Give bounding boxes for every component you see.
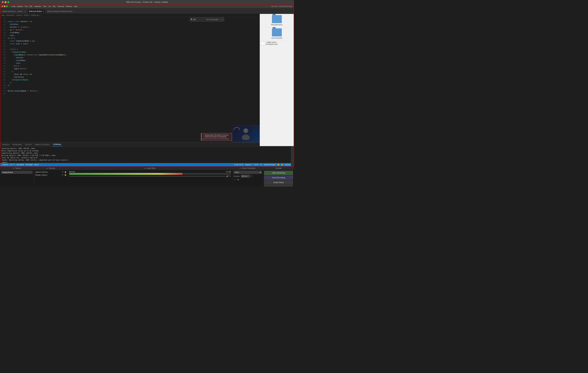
terminal-line: Writing objects: 100% (36/36), 4.69 KiB …: [1, 154, 293, 157]
code-line: <ComponentName: [8, 51, 259, 53]
webcam-content: [232, 125, 260, 142]
next-result-icon[interactable]: ↓: [220, 19, 221, 20]
transition-type-select[interactable]: Fade Cut Swipe Slide: [233, 171, 262, 174]
duration-row: Duration ▲ ▼: [233, 175, 262, 178]
spaces-status: Spaces: 2: [245, 164, 252, 166]
finder-file-item[interactable]: enable-screen-recording-for-obs: [260, 40, 294, 46]
visibility-icon[interactable]: 👁: [62, 171, 63, 173]
search-close-icon[interactable]: ✕: [222, 19, 223, 20]
close-button[interactable]: [2, 1, 4, 3]
visibility-icon[interactable]: 👁: [62, 174, 63, 176]
tab-search[interactable]: SEARCH: [1, 142, 10, 147]
start-recording-button[interactable]: Start Recording: [264, 176, 293, 180]
menu-view[interactable]: View: [43, 5, 47, 7]
tab-problems[interactable]: PROBLEMS: [12, 142, 22, 147]
editor-tabs: Button.stories.jsx ...stores... ✕ Button…: [0, 8, 294, 13]
menu-file[interactable]: File: [25, 5, 28, 7]
tab-output[interactable]: OUTPUT: [24, 142, 32, 147]
finder-overlay: Relocated Items cone homework enable-scr…: [260, 14, 294, 146]
code-line: Button.displayName = 'Button';: [8, 90, 259, 92]
duration-up-icon[interactable]: ▲: [251, 175, 253, 176]
code-line: className={`crayons-btn ${getAdditionalC…: [8, 53, 259, 56]
tab-close-working[interactable]: ✕: [73, 10, 74, 12]
prev-result-icon[interactable]: ↑: [219, 19, 220, 20]
tab-terminal[interactable]: TERMINAL: [52, 142, 62, 147]
audio-icons: 🔊 ⚙: [226, 175, 231, 177]
menu-help[interactable]: Help: [74, 5, 77, 7]
tab-button-stories-jsx[interactable]: Button.stories.jsx ...stores... ✕: [1, 9, 27, 13]
notification-icon[interactable]: 🔔: [281, 164, 283, 166]
breadcrumb: app > javascript > crayons > Button > Bu…: [0, 13, 294, 17]
vscode-status-bar: ⎇ dev.to ⊙ 4 ↑ 7 Live Share Git Graph de…: [0, 163, 294, 166]
code-line: >: [8, 70, 259, 73]
code-content[interactable]: export const Button = ({ children, varia…: [7, 17, 260, 142]
terminal-content[interactable]: Counting objects: 100% (49/49), done. De…: [0, 147, 294, 163]
tab-button-stories-working[interactable]: Button.stories.jsx (Working Tree) ✕: [46, 9, 76, 13]
tab-close-stories[interactable]: ✕: [24, 10, 26, 12]
vscode-minimize[interactable]: [4, 6, 5, 7]
tab-debug-console[interactable]: DEBUG CONSOLE: [34, 142, 50, 147]
audio-label-row: Mic/Aux 0.0 dB: [69, 171, 231, 173]
sources-panel-icon: ⊕: [46, 167, 48, 169]
obs-window: OBS 24.0.6 (mac) – Profile: test – Scene…: [0, 0, 294, 186]
audio-db-value: 0.0 dB: [226, 171, 231, 173]
start-streaming-button[interactable]: Start Streaming: [264, 171, 293, 175]
lock-icon[interactable]: 🔒: [64, 174, 67, 176]
menu-run[interactable]: Run: [53, 5, 56, 7]
configure-transition-button[interactable]: ⚙: [237, 178, 240, 181]
add-transition-button[interactable]: +: [233, 178, 236, 181]
menu-edit[interactable]: Edit: [29, 5, 32, 7]
source-webcam-icons: 👁 🔒: [62, 171, 67, 173]
scene-item-coding[interactable]: Coding Scene: [1, 171, 32, 174]
live-share-status: Live Share: [17, 164, 24, 166]
feedback-icon[interactable]: 😊: [277, 164, 279, 166]
duration-input[interactable]: [241, 175, 250, 178]
audio-volume-slider[interactable]: [69, 176, 226, 176]
menu-window[interactable]: Window: [66, 5, 72, 7]
source-item-display[interactable]: Display Capture 👁 🔒: [35, 173, 67, 176]
code-line: };: [8, 84, 259, 87]
error-icon: ✕: [203, 135, 204, 137]
settings-button[interactable]: Settings: [264, 185, 293, 186]
maximize-button[interactable]: [7, 1, 9, 3]
source-item-webcam[interactable]: logitech webcam 👁 🔒: [35, 171, 67, 173]
studio-mode-button[interactable]: Studio Mode: [264, 180, 293, 185]
search-input[interactable]: [193, 19, 206, 20]
vscode-close[interactable]: [1, 6, 3, 7]
code-line: [8, 87, 259, 90]
cone-homework-label: cone homework: [271, 37, 282, 39]
controls-panel-header: Controls: [263, 167, 294, 170]
menu-go[interactable]: Go: [49, 5, 51, 7]
menu-terminal[interactable]: Terminal: [58, 5, 64, 7]
minimize-button[interactable]: [5, 1, 7, 3]
transitions-panel-icon: ⊕: [240, 167, 241, 169]
code-line: children,: [8, 23, 259, 26]
scenes-panel-title: Scenes: [15, 167, 21, 169]
audio-mixer-panel: ⊕ Audio Mixer Mic/Aux 0.0 dB: [68, 167, 232, 186]
sources-panel-title: Sources: [49, 167, 55, 169]
duration-down-icon[interactable]: ▼: [251, 176, 253, 178]
code-editor[interactable]: 🔍 Aa ab No results ↑ ↓ ✕ 24 25 26 27 28 …: [0, 17, 260, 142]
git-graph-status: Git Graph: [26, 164, 32, 166]
audio-config-icon[interactable]: ⚙: [229, 175, 231, 177]
finder-cone-homework[interactable]: cone homework: [260, 27, 294, 40]
sources-panel: ⊕ Sources logitech webcam 👁 🔒 Display Ca…: [34, 167, 68, 186]
lock-icon[interactable]: 🔒: [64, 171, 67, 173]
scenes-panel-header: ⊕ Scenes: [0, 167, 34, 170]
code-line: className,: [8, 31, 259, 34]
vscode-maximize[interactable]: [6, 6, 8, 7]
audio-content: Mic/Aux 0.0 dB 🔊 ⚙: [68, 170, 232, 186]
obs-bottom-panels: ⊕ Scenes Coding Scene + − ∧ ∨: [0, 166, 294, 186]
case-sensitive-icon[interactable]: Aa: [206, 19, 208, 20]
finder-relocated-items[interactable]: Relocated Items: [260, 14, 294, 27]
tab-button-jsx[interactable]: Button.jsx Button ✕: [27, 9, 46, 13]
menu-code[interactable]: Code - Insiders: [11, 5, 23, 7]
menu-selection[interactable]: Selection: [34, 5, 41, 7]
word-match-icon[interactable]: ab: [209, 19, 211, 20]
terminal-line: Counting objects: 100% (49/49), done.: [1, 147, 293, 150]
audio-channel-name: Mic/Aux: [69, 171, 75, 173]
audio-mute-icon[interactable]: 🔊: [226, 175, 229, 177]
tab-close-button[interactable]: ✕: [43, 10, 44, 12]
audio-panel-title: Audio Mixer: [147, 167, 156, 169]
titlebar: OBS 24.0.6 (mac) – Profile: test – Scene…: [0, 0, 294, 4]
